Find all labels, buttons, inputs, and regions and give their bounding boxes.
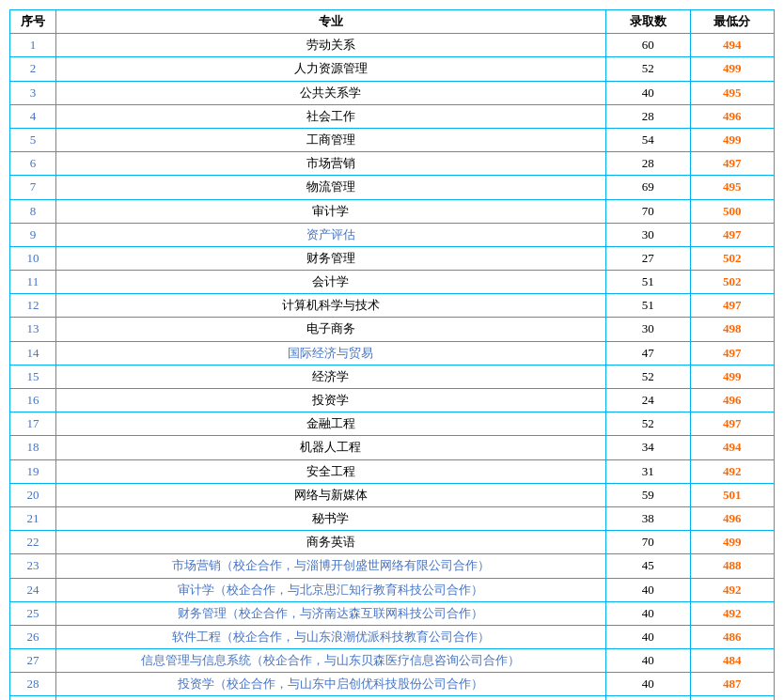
cell-seq: 12 bbox=[10, 294, 56, 318]
cell-enroll: 51 bbox=[606, 294, 690, 318]
cell-minscore: 499 bbox=[690, 365, 774, 388]
cell-seq: 9 bbox=[10, 223, 56, 246]
table-row: 8审计学70500 bbox=[10, 199, 775, 223]
cell-seq: 26 bbox=[10, 625, 56, 648]
cell-minscore: 499 bbox=[690, 57, 774, 81]
cell-major: 人力资源管理 bbox=[55, 57, 605, 81]
table-row: 3公共关系学40495 bbox=[10, 81, 775, 104]
cell-minscore: 496 bbox=[690, 389, 774, 412]
table-row: 16投资学24496 bbox=[10, 389, 775, 412]
cell-seq: 14 bbox=[10, 341, 56, 365]
cell-seq: 15 bbox=[10, 365, 56, 388]
table-row: 6市场营销28497 bbox=[10, 152, 775, 176]
cell-seq: 22 bbox=[10, 531, 56, 554]
table-row: 5工商管理54499 bbox=[10, 128, 775, 151]
cell-seq: 3 bbox=[10, 81, 56, 104]
cell-minscore: 492 bbox=[690, 459, 774, 483]
cell-major: 市场营销（校企合作，与淄博开创盛世网络有限公司合作） bbox=[55, 554, 605, 578]
cell-major: 社会工作 bbox=[55, 104, 605, 128]
cell-minscore: 497 bbox=[690, 223, 774, 246]
cell-seq: 23 bbox=[10, 554, 56, 578]
header-major: 专业 bbox=[55, 10, 605, 34]
cell-major: 财务管理 bbox=[55, 246, 605, 270]
cell-major: 投资学（校企合作，与山东中启创优科技股份公司合作） bbox=[55, 673, 605, 696]
cell-enroll: 30 bbox=[606, 223, 690, 246]
cell-minscore: 484 bbox=[690, 649, 774, 673]
table-row: 17金融工程52497 bbox=[10, 412, 775, 436]
cell-minscore: 495 bbox=[690, 81, 774, 104]
cell-major: 安全工程 bbox=[55, 459, 605, 483]
cell-major: 经济学 bbox=[55, 365, 605, 388]
table-row: 4社会工作28496 bbox=[10, 104, 775, 128]
table-row: 1劳动关系60494 bbox=[10, 34, 775, 57]
cell-minscore: 494 bbox=[690, 34, 774, 57]
header-enroll: 录取数 bbox=[606, 10, 690, 34]
cell-minscore: 497 bbox=[690, 412, 774, 436]
cell-seq: 27 bbox=[10, 649, 56, 673]
cell-enroll: 70 bbox=[606, 531, 690, 554]
table-row: 19安全工程31492 bbox=[10, 459, 775, 483]
cell-seq: 10 bbox=[10, 246, 56, 270]
cell-minscore: 496 bbox=[690, 506, 774, 530]
cell-seq: 11 bbox=[10, 271, 56, 294]
cell-seq: 18 bbox=[10, 436, 56, 459]
cell-enroll: 40 bbox=[606, 696, 690, 700]
cell-major: 审计学（校企合作，与北京思汇知行教育科技公司合作） bbox=[55, 578, 605, 601]
cell-seq: 8 bbox=[10, 199, 56, 223]
cell-major: 秘书学 bbox=[55, 506, 605, 530]
cell-seq: 6 bbox=[10, 152, 56, 176]
cell-major: 电子信息工程（校企合作，与青岛青软实训教育科技公司合作） bbox=[55, 696, 605, 700]
table-row: 29电子信息工程（校企合作，与青岛青软实训教育科技公司合作）40484 bbox=[10, 696, 775, 700]
table-row: 28投资学（校企合作，与山东中启创优科技股份公司合作）40487 bbox=[10, 673, 775, 696]
table-row: 25财务管理（校企合作，与济南达森互联网科技公司合作）40492 bbox=[10, 601, 775, 625]
cell-minscore: 502 bbox=[690, 271, 774, 294]
cell-minscore: 494 bbox=[690, 436, 774, 459]
cell-enroll: 52 bbox=[606, 412, 690, 436]
cell-enroll: 54 bbox=[606, 128, 690, 151]
table-row: 14国际经济与贸易47497 bbox=[10, 341, 775, 365]
table-row: 21秘书学38496 bbox=[10, 506, 775, 530]
cell-major: 计算机科学与技术 bbox=[55, 294, 605, 318]
cell-major: 市场营销 bbox=[55, 152, 605, 176]
cell-seq: 1 bbox=[10, 34, 56, 57]
cell-enroll: 40 bbox=[606, 625, 690, 648]
cell-major: 物流管理 bbox=[55, 176, 605, 199]
cell-minscore: 501 bbox=[690, 483, 774, 506]
table-row: 11会计学51502 bbox=[10, 271, 775, 294]
cell-enroll: 47 bbox=[606, 341, 690, 365]
cell-enroll: 60 bbox=[606, 34, 690, 57]
cell-minscore: 497 bbox=[690, 294, 774, 318]
cell-enroll: 59 bbox=[606, 483, 690, 506]
cell-enroll: 31 bbox=[606, 459, 690, 483]
cell-minscore: 497 bbox=[690, 152, 774, 176]
cell-enroll: 51 bbox=[606, 271, 690, 294]
cell-minscore: 496 bbox=[690, 104, 774, 128]
cell-enroll: 45 bbox=[606, 554, 690, 578]
cell-minscore: 492 bbox=[690, 601, 774, 625]
table-row: 2人力资源管理52499 bbox=[10, 57, 775, 81]
cell-enroll: 30 bbox=[606, 318, 690, 341]
cell-minscore: 500 bbox=[690, 199, 774, 223]
main-table: 序号 专业 录取数 最低分 1劳动关系604942人力资源管理524993公共关… bbox=[9, 9, 775, 700]
table-row: 18机器人工程34494 bbox=[10, 436, 775, 459]
cell-major: 商务英语 bbox=[55, 531, 605, 554]
table-row: 26软件工程（校企合作，与山东浪潮优派科技教育公司合作）40486 bbox=[10, 625, 775, 648]
cell-enroll: 28 bbox=[606, 104, 690, 128]
cell-minscore: 498 bbox=[690, 318, 774, 341]
table-row: 12计算机科学与技术51497 bbox=[10, 294, 775, 318]
header-minscore: 最低分 bbox=[690, 10, 774, 34]
table-row: 10财务管理27502 bbox=[10, 246, 775, 270]
cell-major: 信息管理与信息系统（校企合作，与山东贝森医疗信息咨询公司合作） bbox=[55, 649, 605, 673]
cell-enroll: 70 bbox=[606, 199, 690, 223]
cell-enroll: 52 bbox=[606, 57, 690, 81]
cell-minscore: 502 bbox=[690, 246, 774, 270]
cell-enroll: 28 bbox=[606, 152, 690, 176]
cell-seq: 24 bbox=[10, 578, 56, 601]
cell-enroll: 34 bbox=[606, 436, 690, 459]
cell-enroll: 27 bbox=[606, 246, 690, 270]
cell-major: 公共关系学 bbox=[55, 81, 605, 104]
cell-major: 财务管理（校企合作，与济南达森互联网科技公司合作） bbox=[55, 601, 605, 625]
cell-major: 工商管理 bbox=[55, 128, 605, 151]
table-row: 20网络与新媒体59501 bbox=[10, 483, 775, 506]
cell-major: 劳动关系 bbox=[55, 34, 605, 57]
